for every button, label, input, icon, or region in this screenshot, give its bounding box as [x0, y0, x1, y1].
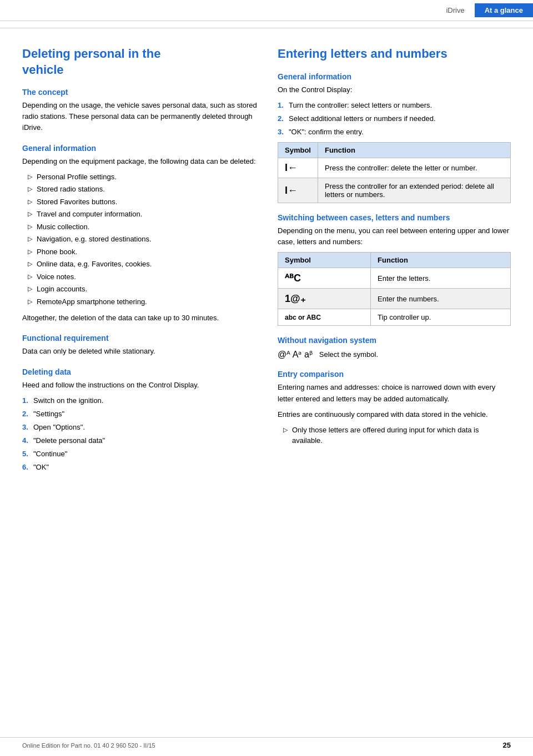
general-info-body-left: Depending on the equipment package, the … [22, 156, 260, 167]
switching-body: Depending on the menu, you can reel betw… [278, 225, 511, 248]
list-item: Online data, e.g. Favorites, cookies. [22, 259, 260, 270]
entry-comparison-body2: Entries are continuously compared with d… [278, 409, 511, 420]
deleting-data-body: Heed and follow the instructions on the … [22, 380, 260, 391]
step-item: 3. Open "Options". [22, 422, 260, 433]
symbol-cell: 1@₊ [278, 289, 371, 309]
table2-col1-header: Symbol [278, 253, 371, 268]
list-item: Voice notes. [22, 271, 260, 283]
without-nav-symbols: @ᴬ Aᵃ aᵝ [278, 349, 313, 360]
step-item: 2. Select additional letters or numbers … [278, 113, 511, 124]
list-item: Personal Profile settings. [22, 172, 260, 183]
left-page-title: Deleting personal in the vehicle [22, 46, 260, 78]
symbol-table-1: Symbol Function I← Press the controller:… [278, 142, 511, 203]
table2-col2-header: Function [371, 253, 511, 268]
step-item: 3. "OK": confirm the entry. [278, 127, 511, 138]
step-item: 5. "Continue" [22, 448, 260, 460]
right-page-title: Entering letters and numbers [278, 46, 511, 62]
page-number: 25 [503, 741, 511, 749]
tab-at-a-glance[interactable]: At a glance [475, 3, 533, 17]
table-row: 1@₊ Enter the numbers. [278, 289, 511, 309]
functional-req-body: Data can only be deleted while stationar… [22, 346, 260, 357]
list-item: Phone book. [22, 246, 260, 258]
concept-body: Depending on the usage, the vehicle save… [22, 100, 260, 133]
table-row: abc or ABC Tip controller up. [278, 309, 511, 326]
left-column: Deleting personal in the vehicle The con… [22, 46, 260, 478]
footer-text: Online Edition for Part no. 01 40 2 960 … [22, 742, 155, 749]
page-footer: Online Edition for Part no. 01 40 2 960 … [0, 737, 533, 749]
without-nav-text: Select the symbol. [319, 350, 378, 359]
table-row: I← Press the controller for an extended … [278, 178, 511, 203]
switching-heading: Switching between cases, letters and num… [278, 213, 511, 222]
function-cell: Enter the letters. [371, 268, 511, 289]
symbol-table-2: Symbol Function ᴬᴮC Enter the letters. 1… [278, 252, 511, 326]
general-info-heading-right: General information [278, 72, 511, 81]
page-header: iDrive At a glance [0, 0, 533, 21]
table-row: ᴬᴮC Enter the letters. [278, 268, 511, 289]
step-item: 4. "Delete personal data" [22, 435, 260, 446]
step-item: 6. "OK" [22, 462, 260, 473]
bullet-list: Personal Profile settings. Stored radio … [22, 172, 260, 308]
table1-col2-header: Function [318, 143, 510, 158]
steps-list-right: 1. Turn the controller: select letters o… [278, 100, 511, 138]
without-nav-row: @ᴬ Aᵃ aᵝ Select the symbol. [278, 349, 511, 360]
tab-idrive[interactable]: iDrive [436, 3, 474, 17]
header-tabs: iDrive At a glance [436, 3, 533, 17]
list-item: Stored Favorites buttons. [22, 196, 260, 208]
function-cell: Enter the numbers. [371, 289, 511, 309]
table-row: I← Press the controller: delete the lett… [278, 158, 511, 178]
list-item: Music collection. [22, 221, 260, 233]
without-nav-heading: Without navigation system [278, 336, 511, 345]
list-item: Navigation, e.g. stored destinations. [22, 234, 260, 245]
entry-comparison-bullets: Only those letters are offered during in… [278, 425, 511, 446]
deleting-data-heading: Deleting data [22, 367, 260, 376]
symbol-cell: I← [278, 158, 318, 178]
entry-comparison-heading: Entry comparison [278, 370, 511, 379]
list-item: Stored radio stations. [22, 184, 260, 195]
list-item: Travel and computer information. [22, 209, 260, 220]
main-content: Deleting personal in the vehicle The con… [0, 28, 533, 511]
function-cell: Press the controller for an extended per… [318, 178, 510, 203]
list-item: Only those letters are offered during in… [278, 425, 511, 446]
table1-col1-header: Symbol [278, 143, 318, 158]
symbol-cell: abc or ABC [278, 309, 371, 326]
step-item: 1. Switch on the ignition. [22, 395, 260, 406]
functional-req-heading: Functional requirement [22, 334, 260, 342]
symbol-cell: ᴬᴮC [278, 268, 371, 289]
general-info-intro: On the Control Display: [278, 84, 511, 95]
general-info-heading-left: General information [22, 144, 260, 153]
function-cell: Press the controller: delete the letter … [318, 158, 510, 178]
concept-heading: The concept [22, 88, 260, 97]
steps-list-left: 1. Switch on the ignition. 2. "Settings"… [22, 395, 260, 473]
general-info-footer: Altogether, the deletion of the data can… [22, 313, 260, 324]
list-item: Login accounts. [22, 284, 260, 295]
step-item: 1. Turn the controller: select letters o… [278, 100, 511, 111]
step-item: 2. "Settings" [22, 409, 260, 420]
function-cell: Tip controller up. [371, 309, 511, 326]
list-item: RemoteApp smartphone tethering. [22, 296, 260, 308]
right-column: Entering letters and numbers General inf… [278, 46, 511, 478]
symbol-cell: I← [278, 178, 318, 203]
entry-comparison-body1: Entering names and addresses: choice is … [278, 382, 511, 404]
